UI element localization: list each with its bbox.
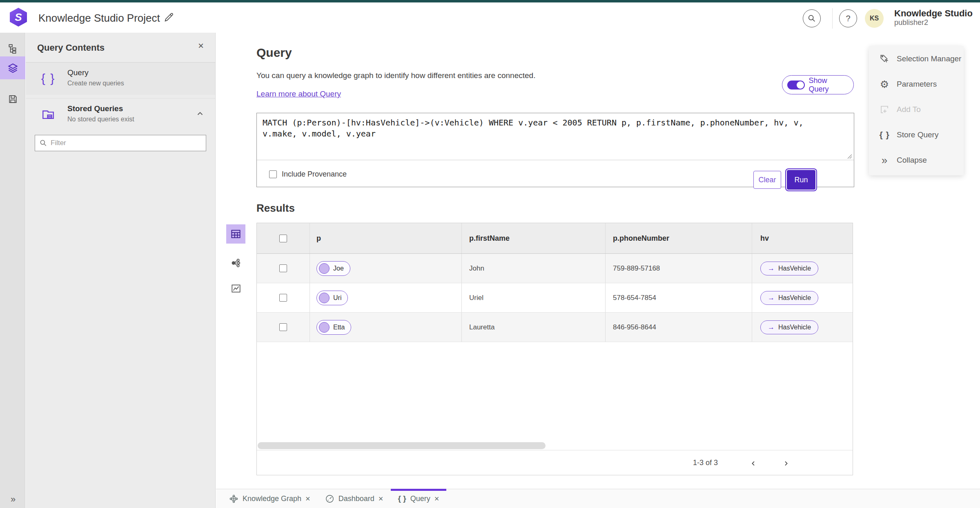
node-dot-icon [319,263,330,274]
collapse-button[interactable]: » Collapse [869,148,964,173]
cell-phonenumber: 846-956-8644 [613,323,656,331]
cell-firstname: John [469,264,484,273]
edge-chip[interactable]: →HasVehicle [760,291,818,305]
save-icon[interactable] [0,87,25,110]
query-item-title: Query [67,68,89,77]
user-avatar[interactable]: KS [865,9,884,28]
help-button[interactable]: ? [839,9,857,27]
tab-knowledge-graph[interactable]: Knowledge Graph × [222,489,318,508]
store-query-button[interactable]: { } Store Query [869,122,964,148]
close-icon[interactable]: × [305,494,310,504]
query-heading: Query [256,46,292,60]
edit-title-icon[interactable] [163,11,175,23]
table-row[interactable]: Etta Lauretta 846-956-8644 →HasVehicle [257,313,853,342]
braces-icon: { } [41,72,55,85]
include-provenance-label: Include Provenance [282,170,347,179]
row-checkbox[interactable] [279,323,287,331]
braces-icon: { } [398,494,406,503]
chart-view-button[interactable] [226,279,245,298]
help-icon: ? [846,14,850,23]
close-icon[interactable]: × [198,41,204,51]
column-header-hv[interactable]: hv [760,234,769,243]
select-all-checkbox[interactable] [279,235,287,242]
filter-field[interactable] [35,135,206,151]
graph-view-button[interactable] [226,253,245,273]
selection-manager-icon [879,54,890,64]
header-divider [832,8,833,29]
close-icon[interactable]: × [379,494,383,504]
edge-chip[interactable]: →HasVehicle [760,262,818,275]
show-query-toggle[interactable]: Show Query [782,75,854,94]
next-page-button[interactable] [779,456,793,471]
collapse-icon: » [879,155,890,166]
cell-firstname: Uriel [469,294,483,302]
braces-icon: { } [879,130,890,140]
selection-manager-button[interactable]: Selection Manager [869,46,964,72]
expand-rail-button[interactable]: » [0,494,25,505]
include-provenance-checkbox[interactable] [269,170,277,178]
parameters-button[interactable]: ⚙ Parameters [869,72,964,97]
cell-phonenumber: 759-889-57168 [613,264,660,273]
horizontal-scrollbar[interactable] [258,442,546,449]
show-query-label: Show Query [808,76,849,94]
column-header-phonenumber[interactable]: p.phoneNumber [613,234,669,243]
node-chip[interactable]: Uri [316,291,348,305]
learn-more-link[interactable]: Learn more about Query [256,90,341,98]
app-header: S Knowledge Studio Project ? KS Knowledg… [0,2,980,33]
pagination-label: 1-3 of 3 [693,459,718,467]
stored-queries-title: Stored Queries [67,104,123,113]
query-actions-menu: Selection Manager ⚙ Parameters Add To { … [869,46,964,175]
app-logo: S [10,8,27,27]
query-description: You can query a knowledge graph to ident… [256,71,535,80]
add-to-button: Add To [869,97,964,122]
chevron-up-icon[interactable] [196,109,205,118]
column-header-firstname[interactable]: p.firstName [469,234,510,243]
row-checkbox[interactable] [279,294,287,302]
table-row[interactable]: Uri Uriel 578-654-7854 →HasVehicle [257,283,853,313]
gear-icon: ⚙ [879,78,890,90]
stored-queries-subtitle: No stored queries exist [67,116,134,123]
close-icon[interactable]: × [434,494,439,504]
edge-chip[interactable]: →HasVehicle [760,320,818,334]
arrow-right-icon: → [768,294,775,301]
row-checkbox[interactable] [279,264,287,272]
query-textarea[interactable]: MATCH (p:Person)-[hv:HasVehicle]->(v:Veh… [263,117,812,139]
node-dot-icon [319,322,330,333]
clear-button[interactable]: Clear [753,171,781,189]
toggle-track[interactable] [787,81,805,90]
brand-name: Knowledge Studio [894,8,973,18]
layers-icon[interactable] [0,56,25,79]
stored-queries-icon [39,105,58,124]
column-header-p[interactable]: p [316,234,321,243]
filter-input[interactable] [51,139,202,147]
table-row[interactable]: Joe John 759-889-57168 →HasVehicle [257,254,853,283]
toggle-knob [797,81,804,89]
tab-dashboard[interactable]: Dashboard × [318,489,391,508]
cell-phonenumber: 578-654-7854 [613,294,656,302]
search-button[interactable] [803,9,821,27]
panel-header: Query Contents × [26,33,215,63]
arrow-right-icon: → [768,324,775,331]
bottom-tab-bar: Knowledge Graph × Dashboard × { } Query … [216,489,980,508]
previous-page-button[interactable] [746,456,761,471]
query-footer: Include Provenance Clear Run [257,160,854,188]
run-button[interactable]: Run [787,170,815,190]
table-view-button[interactable] [226,224,245,244]
pagination-footer: 1-3 of 3 [257,450,853,476]
left-rail: » [0,33,25,508]
node-dot-icon [319,293,330,303]
arrow-right-icon: → [768,265,775,272]
panel-item-query[interactable]: { } Query Create new queries [26,63,215,95]
cell-firstname: Lauretta [469,323,494,331]
knowledge-graph-icon [229,494,238,504]
query-editor: MATCH (p:Person)-[hv:HasVehicle]->(v:Veh… [256,113,854,187]
query-contents-panel: Query Contents × { } Query Create new qu… [26,33,216,508]
node-chip[interactable]: Etta [316,320,351,335]
results-table: p p.firstName p.phoneNumber hv Joe John … [256,223,853,475]
resize-handle-icon[interactable] [846,153,852,159]
node-chip[interactable]: Joe [316,261,350,276]
table-header-row: p p.firstName p.phoneNumber hv [257,223,853,254]
query-item-subtitle: Create new queries [67,80,124,87]
tab-query[interactable]: { } Query × [391,489,447,508]
panel-item-stored-queries[interactable]: Stored Queries No stored queries exist [26,98,215,130]
